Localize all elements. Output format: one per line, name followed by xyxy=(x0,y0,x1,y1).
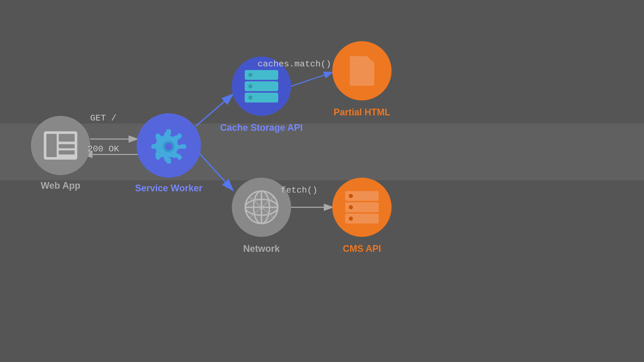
svg-rect-4 xyxy=(167,129,171,135)
web-app-node xyxy=(31,116,90,175)
database-icon xyxy=(245,70,278,102)
svg-rect-6 xyxy=(180,144,186,149)
globe-icon xyxy=(243,189,279,225)
network-label: Network xyxy=(216,243,307,254)
partial-html-node xyxy=(332,41,392,100)
get-request-label: GET / xyxy=(90,113,116,123)
cms-api-label: CMS API xyxy=(314,243,410,254)
cms-api-node xyxy=(332,178,392,237)
svg-point-12 xyxy=(165,143,172,150)
svg-rect-10 xyxy=(151,144,157,149)
cache-storage-label: Cache Storage API xyxy=(211,122,312,133)
gear-icon xyxy=(151,127,187,163)
partial-html-label: Partial HTML xyxy=(312,107,412,118)
diagram: Web App Service Worker Cache Storage API… xyxy=(0,0,644,362)
sw-to-cache-arrow xyxy=(196,94,233,126)
fetch-label: fetch() xyxy=(281,185,318,195)
cms-database-icon xyxy=(345,191,379,223)
service-worker-node xyxy=(137,113,201,178)
document-icon xyxy=(350,56,374,86)
service-worker-label: Service Worker xyxy=(121,183,216,194)
caches-match-label: caches.match() xyxy=(258,59,331,69)
ok-response-label: 200 OK xyxy=(88,144,119,154)
web-app-label: Web App xyxy=(21,180,100,191)
webapp-icon xyxy=(44,131,77,160)
svg-rect-8 xyxy=(167,158,171,163)
svg-point-20 xyxy=(245,191,278,223)
cache-to-partial-arrow xyxy=(291,72,333,86)
